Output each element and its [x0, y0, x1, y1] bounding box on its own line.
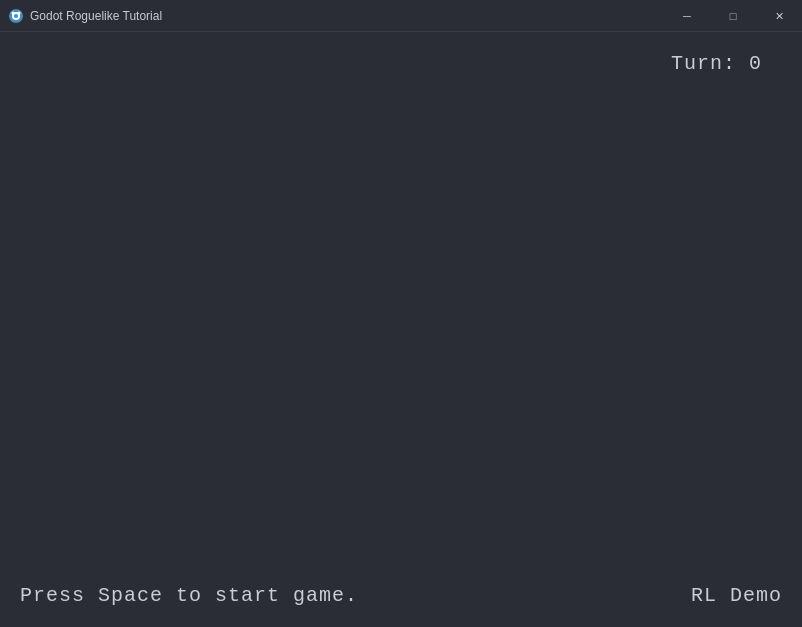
close-button[interactable]: ✕	[756, 0, 802, 32]
bottom-bar: Press Space to start game. RL Demo	[0, 584, 802, 607]
game-area: Turn: 0 Press Space to start game. RL De…	[0, 32, 802, 627]
maximize-button[interactable]: □	[710, 0, 756, 32]
turn-display: Turn: 0	[671, 52, 762, 75]
press-space-label: Press Space to start game.	[20, 584, 358, 607]
svg-point-2	[14, 14, 18, 18]
svg-point-3	[12, 11, 15, 14]
svg-point-4	[18, 11, 21, 14]
title-left: Godot Roguelike Tutorial	[8, 8, 162, 24]
minimize-button[interactable]: ─	[664, 0, 710, 32]
app-icon	[8, 8, 24, 24]
rl-demo-label: RL Demo	[691, 584, 782, 607]
title-bar: Godot Roguelike Tutorial ─ □ ✕	[0, 0, 802, 32]
window-controls[interactable]: ─ □ ✕	[664, 0, 802, 32]
window-title: Godot Roguelike Tutorial	[30, 9, 162, 23]
